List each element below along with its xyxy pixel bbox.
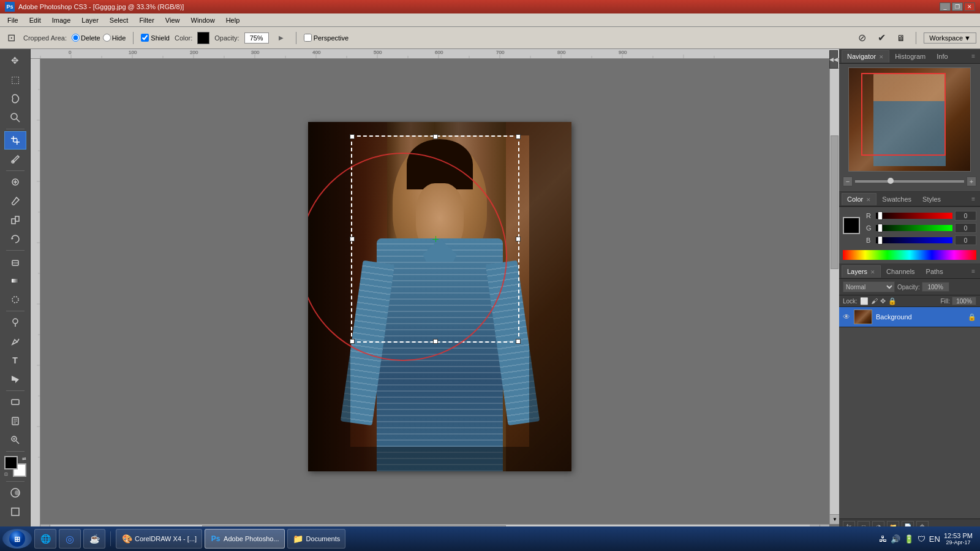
quick-mask-button[interactable]	[4, 484, 26, 502]
zoom-slider-thumb[interactable]	[888, 178, 894, 184]
eraser-tool[interactable]	[4, 253, 26, 271]
dodge-tool[interactable]	[4, 313, 26, 332]
menu-select[interactable]: Select	[105, 15, 134, 25]
layers-opacity-input[interactable]	[922, 282, 949, 292]
move-tool[interactable]: ✥	[4, 51, 26, 70]
navigator-expand-button[interactable]: ≡	[969, 53, 978, 59]
cancel-crop-button[interactable]: ⊘	[854, 31, 869, 45]
r-value-input[interactable]: 0	[955, 211, 976, 221]
lock-position-icon[interactable]: ✥	[880, 297, 886, 305]
color-expand-button[interactable]: ≡	[969, 196, 978, 202]
color-tab-close[interactable]: ✕	[866, 197, 871, 203]
workspace-button[interactable]: Workspace ▼	[924, 32, 976, 44]
foreground-color-swatch[interactable]	[4, 456, 18, 469]
menu-layer[interactable]: Layer	[77, 15, 104, 25]
r-slider[interactable]	[876, 213, 952, 219]
path-selection-tool[interactable]	[4, 370, 26, 389]
lock-transparent-icon[interactable]: ⬜	[860, 297, 869, 305]
pen-tool[interactable]	[4, 332, 26, 351]
shape-tool[interactable]	[4, 393, 26, 411]
hide-radio[interactable]: Hide	[103, 34, 126, 42]
crop-handle-tr[interactable]	[516, 134, 521, 139]
navigator-tab-close[interactable]: ✕	[879, 54, 884, 60]
tab-swatches[interactable]: Swatches	[876, 193, 917, 205]
taskbar-coreldraw-item[interactable]: 🎨 CorelDRAW X4 - [...]	[116, 529, 202, 549]
network-tray-icon[interactable]: 🖧	[879, 534, 887, 544]
close-button[interactable]: ✕	[964, 2, 975, 11]
brush-tool[interactable]	[4, 192, 26, 210]
menu-window[interactable]: Window	[186, 15, 220, 25]
gradient-tool[interactable]	[4, 272, 26, 290]
screen-mode-toggle[interactable]	[4, 503, 26, 521]
tab-styles[interactable]: Styles	[917, 193, 946, 205]
zoom-slider[interactable]	[855, 180, 964, 183]
audio-tray-icon[interactable]: 🔊	[891, 534, 900, 544]
layers-expand-button[interactable]: ≡	[969, 268, 978, 275]
layers-tab-close[interactable]: ✕	[870, 269, 875, 275]
zoom-in-button[interactable]: +	[967, 177, 976, 186]
lock-all-icon[interactable]: 🔒	[888, 297, 897, 305]
clone-stamp-tool[interactable]	[4, 211, 26, 229]
taskbar-photoshop-item[interactable]: Ps Adobe Photosho...	[205, 529, 285, 549]
restore-button[interactable]: ❐	[952, 2, 963, 11]
antivirus-tray-icon[interactable]: 🛡	[918, 534, 925, 544]
opacity-arrow[interactable]: ▶	[274, 31, 288, 45]
history-brush-tool[interactable]	[4, 230, 26, 248]
language-tray-icon[interactable]: EN	[929, 534, 940, 544]
g-slider-thumb[interactable]	[878, 224, 883, 232]
crop-tool[interactable]	[4, 131, 26, 150]
taskbar-chrome-item[interactable]: ◎	[59, 529, 81, 549]
taskbar-java-item[interactable]: ☕	[83, 529, 105, 549]
vscroll-thumb[interactable]	[831, 135, 839, 269]
foreground-color-preview[interactable]	[843, 217, 860, 234]
tab-navigator[interactable]: Navigator ✕	[842, 50, 889, 63]
canvas-area[interactable]: ▲ ▼ ◀ ◀ ▶	[40, 59, 839, 534]
blend-mode-select[interactable]: Normal	[843, 281, 895, 292]
b-slider-thumb[interactable]	[878, 236, 883, 245]
layer-visibility-icon[interactable]: 👁	[843, 313, 850, 321]
menu-filter[interactable]: Filter	[134, 15, 159, 25]
blur-tool[interactable]	[4, 291, 26, 309]
lock-image-icon[interactable]: 🖌	[871, 297, 878, 305]
tab-color[interactable]: Color ✕	[842, 193, 876, 205]
lasso-tool[interactable]	[4, 89, 26, 108]
quick-select-tool[interactable]	[4, 108, 26, 127]
b-slider[interactable]	[876, 237, 952, 243]
tab-info[interactable]: Info	[931, 50, 953, 63]
tab-paths[interactable]: Paths	[921, 265, 949, 278]
menu-file[interactable]: File	[2, 15, 23, 25]
tab-histogram[interactable]: Histogram	[889, 50, 931, 63]
swap-colors-icon[interactable]: ⇄	[22, 456, 26, 462]
shield-checkbox[interactable]: Shield	[141, 34, 170, 42]
opacity-input[interactable]	[244, 32, 269, 44]
commit-crop-button[interactable]: ✔	[874, 31, 889, 45]
b-value-input[interactable]: 0	[955, 235, 976, 245]
reset-colors-icon[interactable]: ⊡	[4, 472, 8, 477]
delete-radio[interactable]: Delete	[72, 34, 100, 42]
start-button[interactable]: ⊞	[2, 529, 32, 549]
battery-tray-icon[interactable]: 🔋	[904, 534, 914, 544]
layers-fill-input[interactable]	[952, 297, 976, 305]
color-spectrum[interactable]	[843, 250, 976, 260]
taskbar-documents-item[interactable]: 📁 Documents	[287, 529, 346, 549]
menu-help[interactable]: Help	[221, 15, 245, 25]
notes-tool[interactable]	[4, 412, 26, 430]
eyedropper-tool[interactable]	[4, 150, 26, 169]
marquee-tool[interactable]: ⬚	[4, 70, 26, 89]
canvas-vscrollbar[interactable]: ▲ ▼	[829, 59, 839, 524]
window-controls[interactable]: _ ❐ ✕	[940, 2, 975, 11]
tab-layers[interactable]: Layers ✕	[842, 265, 881, 278]
collapse-panels-button[interactable]: ◀◀	[829, 50, 838, 69]
vscroll-track[interactable]	[830, 69, 839, 514]
perspective-checkbox[interactable]: Perspective	[304, 34, 349, 42]
r-slider-thumb[interactable]	[878, 211, 883, 220]
crop-tool-icon[interactable]: ⊡	[4, 31, 18, 45]
layer-item[interactable]: 👁 Background 🔒	[839, 307, 980, 327]
navigator-red-box[interactable]	[861, 73, 946, 155]
minimize-button[interactable]: _	[940, 2, 951, 11]
g-value-input[interactable]: 0	[955, 223, 976, 233]
zoom-tool[interactable]	[4, 431, 26, 449]
g-slider[interactable]	[876, 225, 952, 231]
vscroll-down-button[interactable]: ▼	[830, 514, 839, 524]
healing-brush-tool[interactable]	[4, 173, 26, 191]
